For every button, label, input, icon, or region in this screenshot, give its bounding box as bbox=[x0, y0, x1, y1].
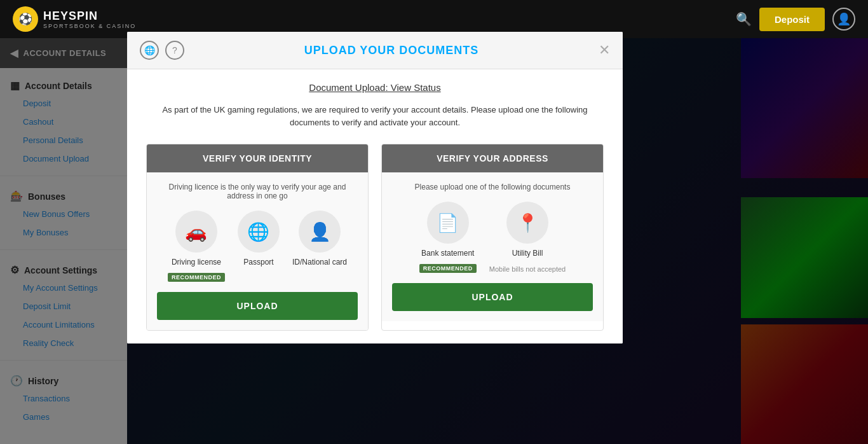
verify-option-bank-statement[interactable]: 📄 Bank statement RECOMMENDED bbox=[419, 202, 477, 273]
verify-cards: VERIFY YOUR IDENTITY Driving licence is … bbox=[146, 144, 604, 331]
bank-statement-label: Bank statement bbox=[421, 249, 474, 258]
upload-documents-modal: 🌐 ? UPLOAD YOUR DOCUMENTS ✕ Document Upl… bbox=[127, 32, 623, 343]
bank-statement-icon: 📄 bbox=[427, 202, 469, 244]
modal-title: UPLOAD YOUR DOCUMENTS bbox=[184, 44, 599, 57]
verify-address-desc: Please upload one of the following docum… bbox=[392, 183, 593, 191]
identity-upload-button[interactable]: UPLOAD bbox=[157, 292, 358, 320]
verify-option-utility-bill[interactable]: 📍 Utility Bill Mobile bills not accepted bbox=[489, 202, 566, 273]
modal-header-left: 🌐 ? bbox=[140, 41, 184, 60]
globe-icon[interactable]: 🌐 bbox=[140, 41, 159, 60]
deposit-button[interactable]: Deposit bbox=[759, 8, 825, 31]
passport-icon: 🌐 bbox=[238, 211, 280, 253]
verify-option-passport[interactable]: 🌐 Passport bbox=[238, 211, 280, 282]
id-card-icon: 👤 bbox=[299, 211, 341, 253]
doc-view-status: Document Upload: View Status bbox=[146, 82, 604, 94]
verify-identity-body: Driving licence is the only way to verif… bbox=[147, 172, 368, 330]
help-icon[interactable]: ? bbox=[165, 41, 184, 60]
modal-header: 🌐 ? UPLOAD YOUR DOCUMENTS ✕ bbox=[127, 32, 623, 69]
logo-sub: SPORTSBOOK & CASINO bbox=[43, 23, 136, 29]
verify-option-id-card[interactable]: 👤 ID/National card bbox=[292, 211, 347, 282]
driving-license-icon: 🚗 bbox=[175, 211, 217, 253]
verify-identity-options: 🚗 Driving license RECOMMENDED 🌐 Passport… bbox=[157, 211, 358, 282]
utility-bill-label: Utility Bill bbox=[512, 249, 543, 258]
driving-license-badge: RECOMMENDED bbox=[168, 273, 225, 282]
driving-license-label: Driving license bbox=[172, 258, 221, 267]
logo-area: ⚽ HEYSPIN SPORTSBOOK & CASINO bbox=[13, 6, 136, 32]
passport-label: Passport bbox=[243, 258, 273, 267]
address-upload-button[interactable]: UPLOAD bbox=[392, 283, 593, 311]
verify-address-body: Please upload one of the following docum… bbox=[382, 172, 603, 321]
logo-icon: ⚽ bbox=[13, 6, 38, 32]
utility-bill-note: Mobile bills not accepted bbox=[489, 265, 566, 273]
verify-address-options: 📄 Bank statement RECOMMENDED 📍 Utility B… bbox=[392, 202, 593, 273]
doc-description: As part of the UK gaming regulations, we… bbox=[146, 104, 604, 128]
header-right: 🔍 Deposit 👤 bbox=[736, 8, 855, 31]
user-avatar[interactable]: 👤 bbox=[832, 8, 855, 31]
verify-identity-header: VERIFY YOUR IDENTITY bbox=[147, 144, 368, 172]
modal-body: Document Upload: View Status As part of … bbox=[127, 69, 623, 343]
bank-statement-badge: RECOMMENDED bbox=[419, 264, 477, 273]
id-card-label: ID/National card bbox=[292, 258, 347, 267]
logo-text: HEYSPIN bbox=[43, 10, 98, 22]
utility-bill-icon: 📍 bbox=[506, 202, 548, 244]
verify-identity-card: VERIFY YOUR IDENTITY Driving licence is … bbox=[146, 144, 369, 331]
verify-identity-desc: Driving licence is the only way to verif… bbox=[157, 183, 358, 200]
modal-close-button[interactable]: ✕ bbox=[599, 43, 610, 57]
search-icon[interactable]: 🔍 bbox=[736, 11, 752, 27]
verify-address-header: VERIFY YOUR ADDRESS bbox=[382, 144, 603, 172]
doc-status-link[interactable]: Document Upload: View Status bbox=[309, 82, 440, 93]
logo-text-block: HEYSPIN SPORTSBOOK & CASINO bbox=[43, 10, 136, 29]
verify-option-driving-license[interactable]: 🚗 Driving license RECOMMENDED bbox=[168, 211, 225, 282]
verify-address-card: VERIFY YOUR ADDRESS Please upload one of… bbox=[381, 144, 604, 331]
